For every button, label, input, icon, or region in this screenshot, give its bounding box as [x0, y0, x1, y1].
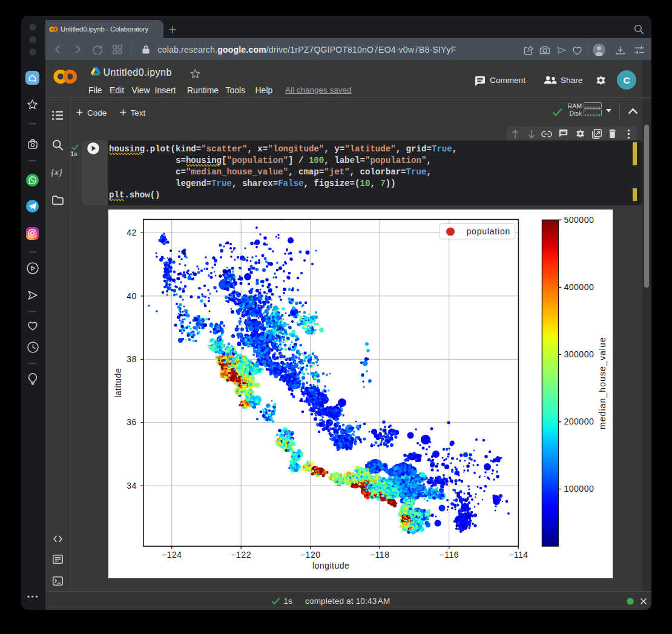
svg-text:longitude: longitude — [312, 561, 349, 570]
svg-text:34: 34 — [127, 481, 137, 490]
svg-text:400000: 400000 — [564, 282, 595, 292]
svg-text:100000: 100000 — [564, 484, 595, 494]
svg-text:−118: −118 — [370, 550, 390, 560]
svg-text:−122: −122 — [231, 550, 251, 560]
svg-text:300000: 300000 — [564, 349, 595, 359]
svg-text:−116: −116 — [440, 550, 460, 560]
svg-text:−124: −124 — [162, 550, 182, 560]
svg-text:latitude: latitude — [114, 368, 124, 398]
svg-text:−114: −114 — [509, 550, 529, 560]
svg-text:38: 38 — [127, 354, 137, 364]
svg-text:200000: 200000 — [564, 417, 595, 426]
svg-text:42: 42 — [127, 228, 137, 237]
svg-text:40: 40 — [127, 291, 137, 301]
svg-text:36: 36 — [127, 417, 137, 427]
svg-text:500000: 500000 — [564, 215, 595, 225]
svg-text:median_house_value: median_house_value — [598, 337, 607, 429]
svg-text:C: C — [623, 75, 630, 85]
svg-text:−120: −120 — [300, 550, 321, 560]
svg-text:population: population — [467, 226, 511, 236]
